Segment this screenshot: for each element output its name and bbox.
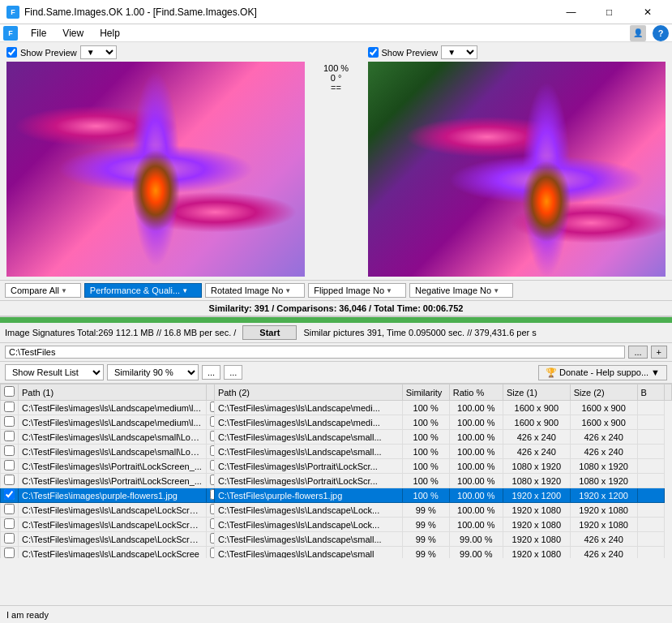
row-check-2[interactable]	[206, 459, 214, 474]
row-path2: C:\TestFiles\images\ls\Landscape\small..…	[214, 430, 402, 445]
row-size2: 426 x 240	[570, 430, 637, 445]
row-check-1[interactable]	[1, 503, 19, 518]
row-size2: 1080 x 1920	[570, 459, 637, 474]
performance-dropdown[interactable]: Performance & Quali... ▼	[84, 283, 202, 298]
row-check-2[interactable]	[206, 518, 214, 532]
row-check-2[interactable]	[206, 488, 214, 503]
row-check-2[interactable]	[206, 445, 214, 459]
ellipsis-button-2[interactable]: ...	[224, 365, 242, 380]
row-check-1[interactable]	[1, 401, 19, 415]
menu-file[interactable]: File	[24, 26, 53, 41]
menu-view[interactable]: View	[56, 26, 90, 41]
flipped-arrow: ▼	[386, 287, 392, 294]
col-header-similarity[interactable]: Similarity	[402, 385, 449, 401]
table-row[interactable]: C:\TestFiles\images\purple-flowers1.jpg …	[1, 488, 672, 503]
row-path1: C:\TestFiles\images\ls\Landscape\medium\…	[19, 401, 207, 415]
preview-section: Show Preview ▼ 100 % 0 ° == Show Preview…	[0, 42, 672, 280]
row-check-1[interactable]	[1, 547, 19, 559]
row-size2: 1600 x 900	[570, 401, 637, 415]
app-icon: F	[6, 6, 19, 19]
table-row[interactable]: C:\TestFiles\images\ls\Portrait\LockScre…	[1, 474, 672, 488]
maximize-button[interactable]: □	[591, 0, 627, 24]
results-table: Path (1) Path (2) Similarity Ratio % Siz…	[0, 384, 672, 558]
row-ratio: 100.00 %	[449, 430, 503, 445]
preview-checkbox-left[interactable]	[6, 47, 17, 58]
col-header-path1[interactable]: Path (1)	[19, 385, 207, 401]
path-bar: ... +	[0, 343, 672, 362]
table-row[interactable]: C:\TestFiles\images\ls\Landscape\LockScr…	[1, 532, 672, 547]
preview-checkbox-right[interactable]	[368, 47, 379, 58]
row-path2: C:\TestFiles\images\ls\Landscape\small..…	[214, 532, 402, 547]
row-check-2[interactable]	[206, 401, 214, 415]
results-table-container[interactable]: Path (1) Path (2) Similarity Ratio % Siz…	[0, 384, 672, 558]
flipped-dropdown[interactable]: Flipped Image No ▼	[308, 283, 406, 298]
row-check-2[interactable]	[206, 415, 214, 430]
table-row[interactable]: C:\TestFiles\images\ls\Landscape\LockScr…	[1, 547, 672, 559]
preview-dropdown-left[interactable]: ▼	[80, 45, 117, 59]
help-button[interactable]: ?	[653, 25, 669, 41]
table-row[interactable]: C:\TestFiles\images\ls\Landscape\LockScr…	[1, 518, 672, 532]
path-browse-button[interactable]: ...	[628, 346, 647, 359]
row-ratio: 100.00 %	[449, 459, 503, 474]
col-header-size1[interactable]: Size (1)	[503, 385, 570, 401]
table-row[interactable]: C:\TestFiles\images\ls\Landscape\medium\…	[1, 415, 672, 430]
row-path2: C:\TestFiles\images\ls\Landscape\medi...	[214, 415, 402, 430]
row-size2: 1920 x 1080	[570, 503, 637, 518]
signature-right: Similar pictures 391, Time 0.095000 sec.…	[303, 328, 667, 337]
row-check-1[interactable]	[1, 445, 19, 459]
row-ratio: 100.00 %	[449, 518, 503, 532]
row-check-2[interactable]	[206, 547, 214, 559]
start-button[interactable]: Start	[242, 325, 297, 340]
row-path2: C:\TestFiles\images\ls\Landscape\Lock...	[214, 503, 402, 518]
row-check-1[interactable]	[1, 459, 19, 474]
donate-arrow: ▼	[651, 367, 660, 377]
close-button[interactable]: ✕	[629, 0, 666, 24]
table-row[interactable]: C:\TestFiles\images\ls\Landscape\LockScr…	[1, 503, 672, 518]
row-path2: C:\TestFiles\images\ls\Landscape\small	[214, 547, 402, 559]
table-row[interactable]: C:\TestFiles\images\ls\Landscape\small\L…	[1, 445, 672, 459]
row-check-1[interactable]	[1, 532, 19, 547]
col-header-path2[interactable]: Path (2)	[214, 385, 402, 401]
row-check-1[interactable]	[1, 415, 19, 430]
row-b	[637, 474, 664, 488]
rotated-arrow: ▼	[285, 287, 291, 294]
progress-bar-container	[0, 316, 672, 323]
rotated-dropdown[interactable]: Rotated Image No ▼	[205, 283, 305, 298]
donate-button[interactable]: 🏆 Donate - Help suppo... ▼	[538, 365, 667, 380]
path-add-button[interactable]: +	[651, 346, 667, 359]
ellipsis-button-1[interactable]: ...	[202, 365, 220, 380]
result-dropdown[interactable]: Show Result List	[5, 364, 104, 380]
row-check-2[interactable]	[206, 474, 214, 488]
preview-dropdown-right[interactable]: ▼	[441, 45, 477, 59]
row-similarity: 99 %	[402, 547, 449, 559]
flower-image-right	[368, 62, 666, 277]
row-b	[637, 503, 664, 518]
table-row[interactable]: C:\TestFiles\images\ls\Portrait\LockScre…	[1, 459, 672, 474]
col-header-b[interactable]: B	[637, 385, 664, 401]
row-check-2[interactable]	[206, 430, 214, 445]
row-check-2[interactable]	[206, 503, 214, 518]
row-path1: C:\TestFiles\images\ls\Landscape\LockScr…	[19, 532, 207, 547]
title-text: Find.Same.Images.OK 1.00 - [Find.Same.Im…	[24, 6, 257, 18]
row-size1: 1920 x 1080	[503, 503, 570, 518]
row-path1: C:\TestFiles\images\ls\Landscape\medium\…	[19, 415, 207, 430]
profile-icon[interactable]: 👤	[630, 25, 646, 41]
select-all-checkbox[interactable]	[4, 386, 15, 397]
row-check-2[interactable]	[206, 532, 214, 547]
row-check-1[interactable]	[1, 430, 19, 445]
row-check-1[interactable]	[1, 474, 19, 488]
row-check-1[interactable]	[1, 488, 19, 503]
similarity-select[interactable]: Similarity 90 %	[107, 364, 199, 380]
col-header-ratio[interactable]: Ratio %	[449, 385, 503, 401]
row-check-1[interactable]	[1, 518, 19, 532]
menu-help[interactable]: Help	[93, 26, 126, 41]
table-row[interactable]: C:\TestFiles\images\ls\Landscape\small\L…	[1, 430, 672, 445]
compare-degrees: 0 °	[331, 73, 342, 83]
col-header-size2[interactable]: Size (2)	[570, 385, 637, 401]
minimize-button[interactable]: —	[553, 0, 589, 24]
table-row[interactable]: C:\TestFiles\images\ls\Landscape\medium\…	[1, 401, 672, 415]
path-input[interactable]	[5, 346, 625, 359]
preview-header-left: Show Preview ▼	[6, 45, 305, 59]
negative-dropdown[interactable]: Negative Image No ▼	[409, 283, 513, 298]
compare-all-dropdown[interactable]: Compare All ▼	[5, 283, 81, 298]
